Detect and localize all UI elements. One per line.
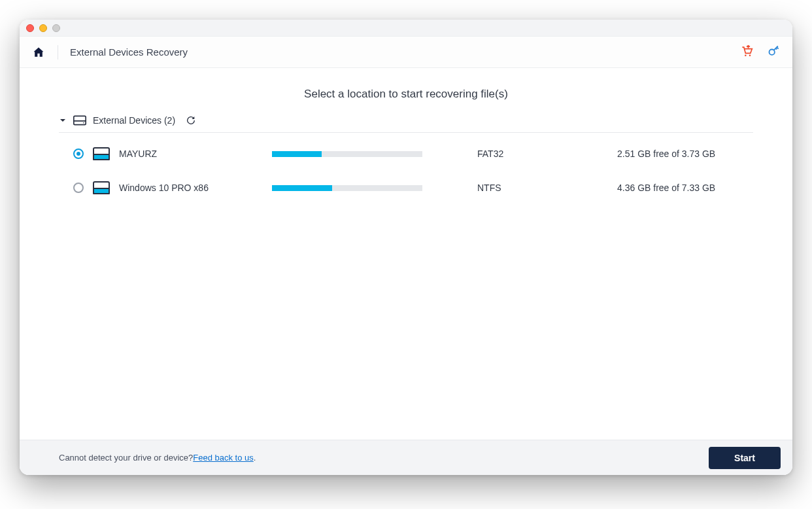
app-window: External Devices Recovery Select a locat… <box>20 20 792 475</box>
space-label: 2.51 GB free of 3.73 GB <box>617 149 753 159</box>
home-icon <box>32 46 45 59</box>
activate-button[interactable] <box>768 44 781 60</box>
drive-icon <box>93 181 110 194</box>
svg-point-1 <box>749 54 751 56</box>
drive-icon <box>93 147 110 160</box>
section-label: External Devices (2) <box>93 115 175 126</box>
device-name: MAYURZ <box>119 149 263 159</box>
home-button[interactable] <box>31 45 46 60</box>
header-bar: External Devices Recovery <box>20 37 792 68</box>
usage-bar <box>272 151 422 157</box>
usage-bar <box>272 185 422 191</box>
window-close-button[interactable] <box>26 24 34 32</box>
svg-point-0 <box>745 54 747 56</box>
filesystem-label: NTFS <box>477 183 608 193</box>
section-external-devices[interactable]: External Devices (2) <box>59 115 753 133</box>
filesystem-label: FAT32 <box>477 149 608 159</box>
device-radio[interactable] <box>73 149 84 159</box>
page-title: External Devices Recovery <box>70 46 188 58</box>
drive-icon <box>73 115 86 126</box>
instruction-text: Select a location to start recovering fi… <box>59 88 753 101</box>
cart-button[interactable] <box>740 44 753 60</box>
device-radio[interactable] <box>73 183 84 193</box>
titlebar <box>20 20 792 37</box>
cart-icon <box>740 44 753 58</box>
feedback-link[interactable]: Feed back to us <box>193 453 254 463</box>
svg-point-2 <box>770 49 775 54</box>
start-button[interactable]: Start <box>709 447 781 469</box>
usage-fill <box>272 151 322 157</box>
key-icon <box>768 44 781 58</box>
svg-point-5 <box>83 122 84 124</box>
device-list: MAYURZFAT322.51 GB free of 3.73 GBWindow… <box>59 133 753 205</box>
separator <box>58 45 58 60</box>
footer-period: . <box>254 453 256 463</box>
device-row[interactable]: Windows 10 PRO x86NTFS4.36 GB free of 7.… <box>73 171 753 205</box>
space-label: 4.36 GB free of 7.33 GB <box>617 183 753 193</box>
device-row[interactable]: MAYURZFAT322.51 GB free of 3.73 GB <box>73 137 753 171</box>
device-name: Windows 10 PRO x86 <box>119 183 263 193</box>
usage-fill <box>272 185 332 191</box>
window-maximize-button[interactable] <box>52 24 60 32</box>
chevron-down-icon <box>59 116 67 124</box>
main-content: Select a location to start recovering fi… <box>20 68 792 440</box>
footer-bar: Cannot detect your drive or device? Feed… <box>20 440 792 475</box>
footer-text: Cannot detect your drive or device? <box>59 453 193 463</box>
refresh-icon[interactable] <box>186 115 196 126</box>
window-minimize-button[interactable] <box>39 24 47 32</box>
